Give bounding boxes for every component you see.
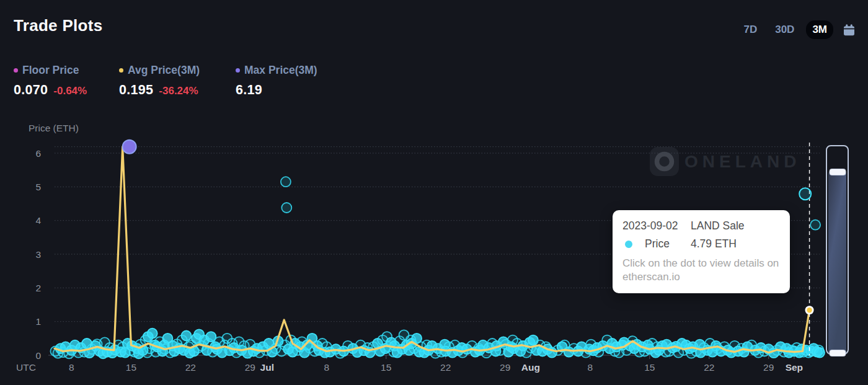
x-tick-label: 15 <box>381 362 391 373</box>
range-button-30d[interactable]: 30D <box>769 20 800 39</box>
x-tick-label: Aug <box>521 362 540 373</box>
y-tick-label: 0 <box>35 350 41 361</box>
y-axis-zoom-slider[interactable] <box>826 145 849 355</box>
watermark-text: ONELAND <box>684 152 800 171</box>
tooltip-date: 2023-09-02 <box>622 219 691 232</box>
zoom-slider-handle-bottom[interactable] <box>829 350 846 356</box>
scatter-point[interactable] <box>815 348 825 358</box>
x-tick-label: 29 <box>500 362 510 373</box>
x-tick-label: Jul <box>260 362 274 373</box>
x-tick-label: 29 <box>763 362 774 373</box>
tooltip-series-dot <box>625 241 632 248</box>
tooltip-hint: Click on the dot to view details on ethe… <box>622 257 780 285</box>
scatter-point[interactable] <box>182 331 192 341</box>
zoom-slider-handle-top[interactable] <box>829 169 846 175</box>
trade-plots-panel: Trade Plots 7D 30D 3M Floor Price 0.070-… <box>0 0 868 385</box>
max-price-point[interactable] <box>123 140 136 154</box>
tooltip-event-type: LAND Sale <box>691 219 745 232</box>
y-tick-label: 6 <box>35 148 41 159</box>
time-range-selector: 7D 30D 3M <box>737 20 857 39</box>
x-tick-label: 8 <box>324 362 329 373</box>
y-tick-label: 2 <box>35 283 41 293</box>
calendar-icon <box>843 29 856 38</box>
watermark-logo <box>650 147 679 176</box>
y-tick-label: 3 <box>35 249 41 260</box>
tooltip-row-value: 4.79 ETH <box>691 237 737 250</box>
y-tick-label: 4 <box>35 215 41 226</box>
x-tick-label: Sep <box>786 362 803 373</box>
tooltip-row-label: Price <box>645 237 670 250</box>
y-tick-label: 5 <box>35 182 41 192</box>
scatter-point[interactable] <box>148 329 157 339</box>
x-tick-label: 8 <box>587 362 593 373</box>
zoom-slider-selection[interactable] <box>828 172 846 353</box>
hovered-scatter-point[interactable] <box>799 188 811 200</box>
x-tick-label: 15 <box>644 362 655 373</box>
x-tick-label: 22 <box>704 362 714 373</box>
x-tick-label: 15 <box>126 362 136 373</box>
x-tick-label: 29 <box>245 362 255 373</box>
scatter-point[interactable] <box>810 220 820 230</box>
x-tick-label: 22 <box>185 362 196 373</box>
utc-label: UTC <box>16 362 36 373</box>
scatter-point[interactable] <box>281 177 291 187</box>
y-tick-label: 1 <box>35 316 41 327</box>
scatter-point[interactable] <box>281 203 291 213</box>
y-axis-title: Price (ETH) <box>29 123 79 133</box>
range-button-7d[interactable]: 7D <box>737 20 763 39</box>
chart-tooltip: 2023-09-02 LAND Sale Price 4.79 ETH Clic… <box>613 210 790 293</box>
range-button-3m[interactable]: 3M <box>806 20 833 39</box>
line-end-marker-core <box>807 308 812 312</box>
x-tick-label: 8 <box>69 362 74 373</box>
price-chart: ONELAND0123456Price (ETH)8152229Jul81522… <box>0 0 868 385</box>
calendar-button[interactable] <box>841 22 857 38</box>
x-tick-label: 22 <box>440 362 451 373</box>
